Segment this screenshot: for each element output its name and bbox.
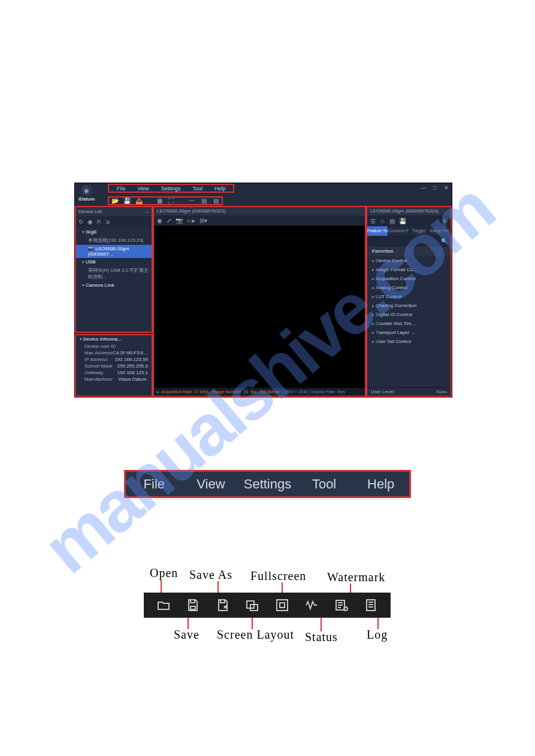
- favorites-header[interactable]: Favorites: [367, 247, 451, 256]
- fullscreen-icon[interactable]: ⛶: [168, 198, 175, 205]
- info-row-manufacturer: ManufacturerVision Datum: [76, 376, 152, 382]
- app-logo: ◉ iDatum: [78, 185, 95, 202]
- status-imgnum: 33: [244, 390, 249, 394]
- video-icon[interactable]: ▭▸: [187, 217, 195, 224]
- fit-icon[interactable]: ⤢: [167, 217, 171, 224]
- watermark-icon[interactable]: ▤: [200, 198, 207, 205]
- viewer-panel: LEO5000-20gm (00D08578323) ◉ ⤢ 📷 ▭▸ ⊞▾ ●…: [153, 206, 366, 397]
- search-icon[interactable]: 🔍: [441, 238, 448, 244]
- minimize-button[interactable]: —: [420, 184, 427, 191]
- cat-counter[interactable]: Counter And Tim…: [367, 319, 451, 328]
- grid-icon[interactable]: ⊞▾: [200, 217, 207, 224]
- big-menu-settings[interactable]: Settings: [239, 476, 296, 492]
- svg-rect-2: [277, 600, 288, 611]
- feature-toolbar: ☰ ☆ ▤ 💾 ↻: [367, 215, 451, 226]
- tree-gige-cam-selected[interactable]: LEO5000-20gm (00D0857…: [76, 245, 152, 258]
- save-icon[interactable]: 💾: [123, 198, 131, 205]
- big-watermark-icon[interactable]: [334, 597, 349, 613]
- collapse-icon[interactable]: —: [145, 210, 149, 214]
- menu-settings[interactable]: Settings: [155, 185, 187, 192]
- feature-search[interactable]: 🔍: [367, 236, 451, 247]
- reload-icon[interactable]: ↻: [443, 218, 448, 224]
- feature-footer: User Level: Guru: [367, 387, 451, 396]
- menu-bar: File View Settings Tool Help: [108, 184, 234, 193]
- cat-digital-io[interactable]: Digital IO Control: [367, 310, 451, 319]
- image-viewport[interactable]: [154, 226, 365, 388]
- feature-categories: Device Control Image Format Co… Acquisit…: [367, 256, 451, 387]
- open-icon[interactable]: 📂: [111, 198, 119, 205]
- big-save-icon[interactable]: [185, 597, 201, 613]
- tree-usb-host[interactable]: 英特尔(R) USB 3.0 可扩展主机控制…: [76, 266, 152, 281]
- cat-image-format[interactable]: Image Format Co…: [367, 265, 451, 274]
- tab-trigger[interactable]: Trigger: [409, 226, 430, 236]
- cat-device-control[interactable]: Device Control: [367, 256, 451, 265]
- info-row-userid: Device user ID: [76, 343, 152, 350]
- tree-camlink[interactable]: Camera Link: [76, 281, 152, 289]
- tree-gige[interactable]: GigE: [76, 228, 152, 236]
- label-layout: Screen Layout: [217, 628, 294, 642]
- snapshot-icon[interactable]: 📷: [176, 217, 183, 224]
- menu-file[interactable]: File: [111, 185, 132, 192]
- main-toolbar: 📂 💾 📤 ▦ ⛶ 〰 ▤ ▤: [108, 196, 223, 205]
- label-watermark: Watermark: [327, 570, 385, 584]
- cat-lut[interactable]: LUT Control: [367, 292, 451, 301]
- label-saveas: Save As: [189, 568, 232, 582]
- device-info-header[interactable]: Device Informa…: [76, 335, 152, 343]
- big-layout-icon[interactable]: [244, 597, 260, 613]
- tree-usb[interactable]: USB: [76, 258, 152, 266]
- list-icon[interactable]: ☰: [370, 218, 376, 224]
- cat-userset[interactable]: User Set Control: [367, 337, 451, 346]
- play-icon[interactable]: ◉: [87, 218, 93, 225]
- big-saveas-icon[interactable]: [215, 597, 231, 613]
- close-button[interactable]: ✕: [443, 184, 449, 191]
- saveas-icon[interactable]: 📤: [135, 198, 143, 205]
- enlarged-menu-bar: File View Settings Tool Help: [124, 470, 411, 498]
- save2-icon[interactable]: 💾: [399, 218, 406, 224]
- svg-rect-3: [280, 603, 285, 608]
- big-menu-file[interactable]: File: [126, 476, 183, 492]
- star-icon[interactable]: ☆: [380, 218, 385, 224]
- titlebar: ◉ iDatum File View Settings Tool Help 📂 …: [75, 183, 452, 206]
- cat-acquisition[interactable]: Acquisition Control: [367, 274, 451, 283]
- cat-transport[interactable]: Transport Layer …: [367, 328, 451, 337]
- enlarged-toolbar: [144, 593, 391, 618]
- big-fullscreen-icon[interactable]: [274, 597, 290, 613]
- viewer-tab[interactable]: LEO5000-20gm (00D08578323): [154, 207, 365, 215]
- refresh-icon[interactable]: ↻: [78, 218, 83, 225]
- big-menu-view[interactable]: View: [183, 476, 240, 492]
- camera-icon: ◉: [81, 185, 92, 196]
- cat-shading[interactable]: Shading Correction: [367, 301, 451, 310]
- tree-gige-host[interactable]: 本地连接[192.168.123.23]: [76, 236, 152, 245]
- device-list-title: Device List: [78, 209, 102, 214]
- log-icon[interactable]: ▤: [212, 198, 219, 205]
- svg-point-5: [344, 607, 347, 611]
- big-menu-tool[interactable]: Tool: [296, 476, 353, 492]
- export-icon[interactable]: ⇲: [105, 218, 110, 225]
- tab-feature-tree[interactable]: Feature Tree: [367, 226, 388, 236]
- layout-icon[interactable]: ▦: [156, 198, 163, 205]
- cat-analog[interactable]: Analog Control: [367, 283, 451, 292]
- big-status-icon[interactable]: [304, 597, 319, 613]
- userlevel-value[interactable]: Guru: [436, 388, 447, 396]
- status-bw: Bw: 750.9Mbps: [250, 390, 279, 394]
- tab-common[interactable]: Common F…: [388, 226, 409, 236]
- window-controls: — □ ✕: [420, 184, 449, 191]
- big-menu-help[interactable]: Help: [352, 476, 409, 492]
- copy-icon[interactable]: ⎘: [97, 218, 101, 225]
- feature-tabs: Feature Tree Common F… Trigger Image Pro…: [367, 226, 451, 236]
- record-icon[interactable]: ◉: [157, 217, 162, 224]
- tab-image-pro[interactable]: Image Pro…: [430, 226, 451, 236]
- label-open: Open: [150, 566, 178, 580]
- device-info-panel: Device Informa… Device user ID Mac Addre…: [75, 334, 153, 397]
- big-log-icon[interactable]: [363, 597, 379, 613]
- app-window: ◉ iDatum File View Settings Tool Help 📂 …: [74, 183, 452, 397]
- menu-view[interactable]: View: [132, 185, 155, 192]
- feature-panel-title: LEO5000-20gm (00D08576323): [367, 207, 451, 215]
- maximize-button[interactable]: □: [431, 184, 438, 191]
- menu-help[interactable]: Help: [208, 185, 232, 192]
- big-open-icon[interactable]: [156, 597, 171, 613]
- status-icon[interactable]: 〰: [188, 198, 195, 205]
- doc-icon[interactable]: ▤: [389, 218, 395, 224]
- info-row-mac: Mac AddressC4:2F:90:F3:8…: [76, 350, 152, 356]
- menu-tool[interactable]: Tool: [186, 185, 208, 192]
